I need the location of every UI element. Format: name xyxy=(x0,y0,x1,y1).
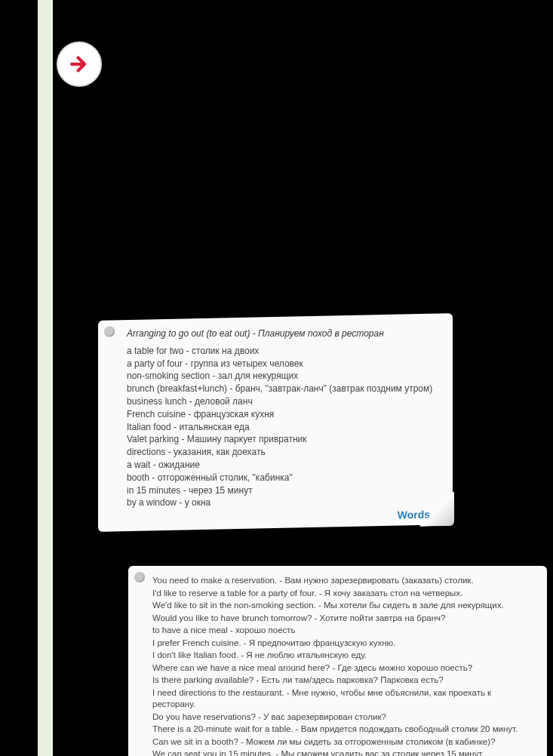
expression-line: Is there parking available? - Есть ли та… xyxy=(152,675,532,687)
arrow-badge xyxy=(57,41,102,87)
side-stripe xyxy=(38,0,53,756)
expressions-panel: You need to make a reservation. - Вам ну… xyxy=(128,566,547,756)
expression-line: I need directions to the restaurant. - М… xyxy=(152,687,532,711)
expression-line: Can we sit in a booth? - Можем ли мы сид… xyxy=(152,736,532,748)
expression-line: Would you like to have brunch tomorrow? … xyxy=(152,613,532,625)
expression-line: Do you have reservations? - У вас зарезе… xyxy=(152,711,532,724)
vocab-line: Italian food - итальянская еда xyxy=(127,421,438,434)
vocab-line: brunch (breakfast+lunch) - бранч, "завтр… xyxy=(127,383,438,395)
expression-line: We'd like to sit in the non-smoking sect… xyxy=(152,600,532,612)
vocab-line: directions - указания, как доехать xyxy=(127,446,438,459)
vocab-line: a wait - ожидание xyxy=(127,459,438,472)
vocab-line: business lunch - деловой ланч xyxy=(127,395,438,408)
arrow-right-icon xyxy=(66,51,92,77)
expression-line: I prefer French cuisine. - Я предпочитаю… xyxy=(152,638,532,650)
expressions-lines: You need to make a reservation. - Вам ну… xyxy=(152,575,532,756)
vocab-line: booth - отгороженный столик, "кабинка" xyxy=(127,472,438,484)
expression-line: Where can we have a nice meal around her… xyxy=(152,662,532,675)
vocab-line: a table for two - столик на двоих xyxy=(127,345,438,358)
words-content: Arranging to go out (to eat out) - Плани… xyxy=(98,317,453,524)
vocab-line: Valet parking - Машину паркует привратни… xyxy=(127,433,438,446)
words-lines: a table for two - столик на двоихa party… xyxy=(127,345,438,509)
vocab-line: in 15 minutes - через 15 минут xyxy=(127,484,438,497)
vocab-line: French cuisine - французская кухня xyxy=(127,408,438,421)
expressions-content: You need to make a reservation. - Вам ну… xyxy=(128,566,547,756)
vocab-line: non-smoking section - зал для некурящих xyxy=(127,370,438,383)
expression-line: There is a 20-minute wait for a table. -… xyxy=(152,724,532,736)
expression-line: I'd like to reserve a table for a party … xyxy=(152,588,532,600)
scroll-knob xyxy=(134,572,145,582)
expression-line: We can seat you in 15 minutes. - Мы смож… xyxy=(152,748,532,756)
vocab-line: a party of four - группа из четырех чело… xyxy=(127,358,438,370)
expression-line: I don't like Italian food. - Я не люблю … xyxy=(152,650,532,662)
words-label: Words xyxy=(398,509,430,521)
words-title: Arranging to go out (to eat out) - Плани… xyxy=(127,327,438,340)
expression-line: to have a nice meal - хорошо поесть xyxy=(152,625,532,637)
expression-line: You need to make a reservation. - Вам ну… xyxy=(152,575,532,587)
vocab-line: by a window - у окна xyxy=(127,496,438,509)
words-panel: Arranging to go out (to eat out) - Плани… xyxy=(98,313,453,532)
